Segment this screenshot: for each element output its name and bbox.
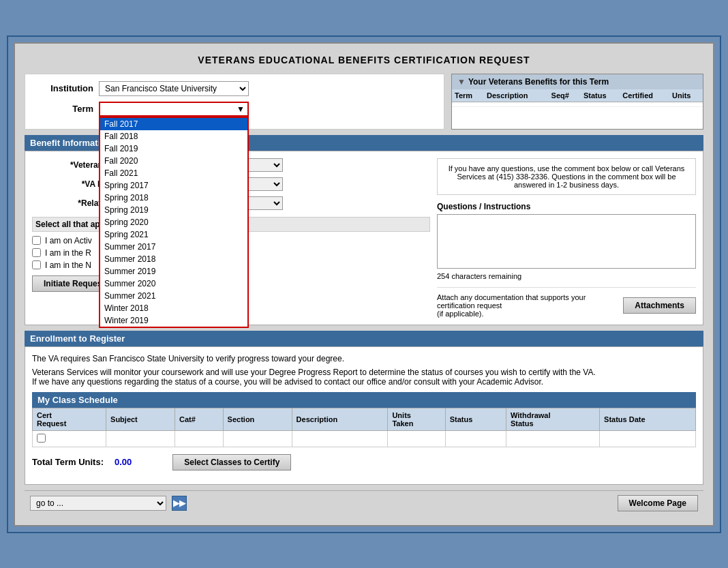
term-dropdown-list: Fall 2017Fall 2018Fall 2019Fall 2020Fall… <box>99 117 249 328</box>
term-select-wrapper: ▼ Fall 2017Fall 2018Fall 2019Fall 2020Fa… <box>99 102 249 117</box>
welcome-page-button[interactable]: Welcome Page <box>618 495 698 511</box>
class-schedule-header: My Class Schedule <box>32 392 696 408</box>
col-subject: Subject <box>106 408 175 430</box>
select-classes-button[interactable]: Select Classes to Certify <box>172 454 291 470</box>
attachments-button[interactable]: Attachments <box>623 297 696 314</box>
institution-select[interactable]: San Francisco State University <box>99 81 249 96</box>
attach-text: Attach any documentation that supports y… <box>437 293 623 318</box>
checkbox-reserve[interactable] <box>32 248 41 257</box>
term-option[interactable]: Winter 2020 <box>100 327 247 328</box>
term-option[interactable]: Summer 2019 <box>100 265 247 278</box>
goto-select[interactable]: go to ... <box>30 496 166 511</box>
col-class-status: Status <box>445 408 506 430</box>
v-certified <box>620 102 669 106</box>
col-desc: Description <box>292 408 388 430</box>
term-option[interactable]: Fall 2020 <box>100 155 247 167</box>
benefit-bottom: Attach any documentation that supports y… <box>437 287 696 318</box>
enrollment-text-2: Veterans Services will monitor your cour… <box>32 368 696 387</box>
enrollment-section: The VA requires San Francisco State Univ… <box>25 346 703 485</box>
col-withdrawal: WithdrawalStatus <box>506 408 599 430</box>
col-status: Status <box>581 89 620 102</box>
institution-row: Institution San Francisco State Universi… <box>32 81 437 96</box>
col-units: Units <box>669 89 703 102</box>
veterans-table-header-row: Term Description Seq# Status Certified U… <box>452 89 703 102</box>
class-table-row <box>33 430 696 447</box>
top-section: Institution San Francisco State Universi… <box>25 74 703 130</box>
outer-container: VETERANS EDUCATIONAL BENEFITS CERTIFICAT… <box>7 35 721 533</box>
left-form: Institution San Francisco State Universi… <box>25 74 444 130</box>
col-description: Description <box>484 89 549 102</box>
info-text: If you have any questions, use the comme… <box>437 158 696 195</box>
col-cert-request: CertRequest <box>33 408 106 430</box>
nav-forward-button[interactable]: ▶▶ <box>172 496 187 511</box>
v-term <box>452 102 484 106</box>
class-table-header-row: CertRequest Subject Cat# Section Descrip… <box>33 408 696 430</box>
term-option[interactable]: Fall 2019 <box>100 143 247 155</box>
class-status-cell <box>445 430 506 447</box>
checkbox-active[interactable] <box>32 236 41 245</box>
enrollment-text-1: The VA requires San Francisco State Univ… <box>32 354 696 363</box>
enrollment-section-header: Enrollment to Register <box>25 331 703 346</box>
v-status <box>581 102 620 106</box>
triangle-icon: ▼ <box>457 77 466 87</box>
status-date-cell <box>600 430 696 447</box>
term-option[interactable]: Spring 2020 <box>100 216 247 228</box>
checkbox-active-label: I am on Activ <box>45 236 92 245</box>
term-option[interactable]: Summer 2018 <box>100 253 247 265</box>
v-seq <box>549 102 581 106</box>
col-term: Term <box>452 89 484 102</box>
veterans-benefits-title: Your Veterans Benefits for this Term <box>468 77 609 87</box>
page-title: VETERANS EDUCATIONAL BENEFITS CERTIFICAT… <box>22 50 706 71</box>
term-option[interactable]: Spring 2021 <box>100 228 247 241</box>
class-table: CertRequest Subject Cat# Section Descrip… <box>32 408 696 447</box>
term-dropdown-arrow: ▼ <box>237 104 245 114</box>
cert-checkbox-cell <box>33 430 106 447</box>
term-option[interactable]: Winter 2018 <box>100 302 247 314</box>
term-option[interactable]: Fall 2018 <box>100 130 247 143</box>
term-select-display[interactable]: ▼ <box>99 102 249 117</box>
col-units-taken: UnitsTaken <box>388 408 445 430</box>
term-option[interactable]: Summer 2020 <box>100 278 247 290</box>
withdrawal-cell <box>506 430 599 447</box>
term-option[interactable]: Summer 2021 <box>100 290 247 302</box>
content-area: Institution San Francisco State Universi… <box>22 71 706 518</box>
checkbox-reserve-label: I am in the R <box>45 248 91 258</box>
total-label: Total Term Units: <box>32 457 104 467</box>
col-seq: Seq# <box>549 89 581 102</box>
questions-textarea[interactable] <box>437 214 696 269</box>
v-description <box>484 102 549 106</box>
term-option[interactable]: Fall 2021 <box>100 167 247 179</box>
questions-label: Questions / Instructions <box>437 202 696 211</box>
col-status-date: Status Date <box>600 408 696 430</box>
benefit-right: If you have any questions, use the comme… <box>437 158 696 318</box>
bottom-bar: go to ... ▶▶ Welcome Page <box>25 490 703 515</box>
term-row: Term ▼ Fall 2017Fall 2018Fall 2019Fall 2… <box>32 102 437 117</box>
veterans-benefits-header: ▼ Your Veterans Benefits for this Term <box>452 74 703 89</box>
enrollment-section-wrapper: Enrollment to Register The VA requires S… <box>25 331 703 485</box>
term-option[interactable]: Spring 2018 <box>100 192 247 204</box>
units-taken-cell <box>388 430 445 447</box>
cat-cell <box>175 430 224 447</box>
total-row: Total Term Units: 0.00 Select Classes to… <box>32 454 696 470</box>
term-option[interactable]: Spring 2017 <box>100 179 247 192</box>
subject-cell <box>106 430 175 447</box>
term-option[interactable]: Fall 2017 <box>100 118 247 130</box>
col-cat: Cat# <box>175 408 224 430</box>
veterans-table: Term Description Seq# Status Certified U… <box>452 89 703 107</box>
v-units <box>669 102 703 106</box>
section-cell <box>223 430 292 447</box>
term-label: Term <box>32 102 93 114</box>
cert-checkbox[interactable] <box>37 434 46 443</box>
veterans-benefits-box: ▼ Your Veterans Benefits for this Term T… <box>451 74 703 130</box>
veterans-table-row <box>452 102 703 106</box>
term-option[interactable]: Spring 2019 <box>100 204 247 216</box>
chars-remaining: 254 characters remaining <box>437 272 696 280</box>
institution-label: Institution <box>32 83 93 93</box>
total-value: 0.00 <box>115 457 132 467</box>
col-section: Section <box>223 408 292 430</box>
term-option[interactable]: Summer 2017 <box>100 241 247 253</box>
checkbox-national[interactable] <box>32 260 41 269</box>
main-panel: VETERANS EDUCATIONAL BENEFITS CERTIFICAT… <box>14 42 714 526</box>
term-option[interactable]: Winter 2019 <box>100 314 247 327</box>
col-certified: Certified <box>620 89 669 102</box>
